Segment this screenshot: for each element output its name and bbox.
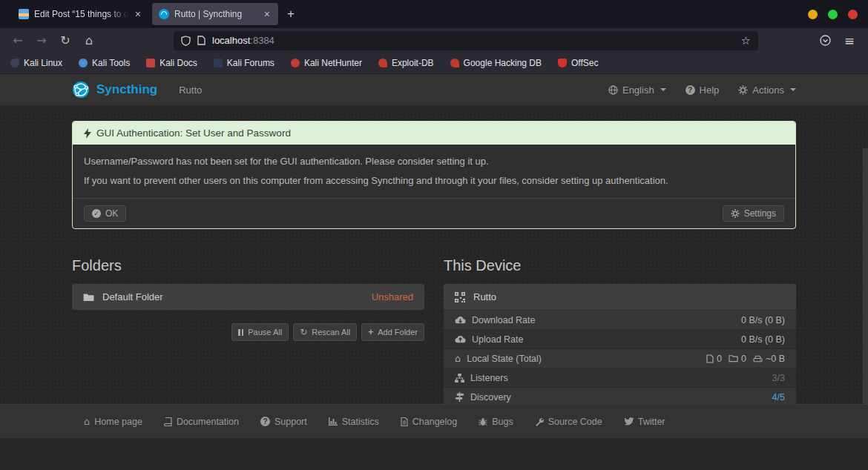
device-panel-header[interactable]: Rutto [444, 284, 796, 310]
ok-button[interactable]: ✓ OK [84, 205, 126, 222]
question-circle-icon: ? [260, 417, 270, 426]
settings-button[interactable]: Settings [723, 205, 784, 222]
bookmark-exploit-db[interactable]: Exploit-DB [378, 58, 434, 68]
device-name: Rutto [473, 291, 496, 302]
footer-link-bugs[interactable]: Bugs [479, 417, 513, 427]
bar-chart-icon [329, 417, 338, 426]
footer-link-support[interactable]: ? Support [260, 417, 307, 427]
tab-title: Edit Post “15 things to do [34, 9, 128, 19]
this-device-heading: This Device [444, 257, 796, 274]
actions-menu[interactable]: Actions [738, 85, 796, 96]
folder-actions: Pause All ↻ Rescan All + Add Folder [72, 323, 424, 341]
folder-outline-icon [729, 354, 738, 363]
minimize-button[interactable] [808, 10, 818, 19]
twitter-icon [624, 417, 634, 426]
menu-hamburger-icon[interactable]: ≡ [844, 33, 855, 48]
footer-link-twitter[interactable]: Twitter [624, 417, 665, 427]
signpost-icon [455, 392, 464, 402]
pocket-icon[interactable] [820, 35, 831, 46]
footer-label: Source Code [548, 417, 602, 427]
question-circle-icon: ? [685, 85, 695, 95]
maximize-button[interactable] [828, 10, 838, 19]
url-bar[interactable]: localhost:8384 ☆ [174, 31, 758, 50]
language-label: English [622, 85, 654, 96]
gear-icon [738, 85, 748, 95]
bolt-icon [84, 128, 91, 139]
pause-all-button[interactable]: Pause All [231, 323, 289, 341]
discovery-value[interactable]: 4/5 [772, 392, 785, 403]
bookmark-kali-linux[interactable]: Kali Linux [10, 58, 62, 68]
close-tab-icon[interactable]: × [134, 9, 142, 19]
rescan-all-button[interactable]: ↻ Rescan All [293, 323, 357, 341]
row-download-rate: Download Rate 0 B/s (0 B) [444, 310, 796, 329]
globe-icon [608, 85, 618, 95]
bookmark-label: Kali Docs [160, 58, 197, 68]
browser-toolbar: ← → ↻ ⌂ localhost:8384 ☆ ≡ [0, 28, 868, 53]
plus-icon: + [368, 327, 373, 337]
syncthing-favicon-icon [159, 9, 169, 19]
language-menu[interactable]: English [608, 85, 666, 96]
home-icon: ⌂ [84, 416, 90, 427]
google-hacking-db-favicon-icon [450, 59, 459, 67]
exploit-db-favicon-icon [378, 59, 387, 67]
close-tab-icon[interactable]: × [263, 9, 272, 19]
folder-panel-default[interactable]: Default Folder Unshared [72, 284, 424, 310]
help-menu[interactable]: ? Help [685, 85, 720, 96]
tab-syncthing[interactable]: Rutto | Syncthing × [152, 3, 278, 25]
changelog-file-icon [401, 417, 408, 426]
footer-link-changelog[interactable]: Changelog [401, 417, 457, 427]
row-label: Local State (Total) [467, 354, 542, 364]
reload-icon[interactable]: ↻ [55, 33, 76, 47]
bookmark-kali-tools[interactable]: Kali Tools [79, 58, 130, 68]
listeners-value[interactable]: 3/3 [772, 373, 785, 383]
hard-drive-icon [753, 355, 763, 363]
settings-label: Settings [744, 208, 776, 219]
bookmark-kali-forums[interactable]: Kali Forums [214, 58, 274, 68]
url-host: localhost [212, 35, 250, 46]
add-folder-button[interactable]: + Add Folder [361, 323, 424, 341]
folder-name: Default Folder [102, 291, 163, 302]
notification-line2: If you want to prevent other users on th… [84, 175, 784, 186]
footer-link-documentation[interactable]: Documentation [164, 417, 239, 427]
bookmark-star-icon[interactable]: ☆ [741, 34, 751, 47]
row-label: Discovery [470, 392, 511, 403]
footer-link-home-page[interactable]: ⌂ Home page [84, 416, 142, 427]
shield-icon[interactable] [181, 36, 191, 46]
row-label: Download Rate [472, 315, 535, 325]
gui-auth-notification-panel: GUI Authentication: Set User and Passwor… [72, 121, 796, 229]
chevron-down-icon [660, 88, 666, 91]
bookmark-offsec[interactable]: OffSec [558, 58, 598, 68]
window-controls [808, 0, 858, 28]
footer-link-source-code[interactable]: Source Code [535, 417, 602, 427]
row-upload-rate: Upload Rate 0 B/s (0 B) [444, 329, 796, 348]
footer-label: Support [274, 417, 307, 427]
check-circle-icon: ✓ [92, 209, 101, 218]
bookmark-label: Kali NetHunter [304, 58, 362, 68]
download-rate-value[interactable]: 0 B/s (0 B) [741, 315, 785, 325]
folders-heading: Folders [72, 257, 424, 274]
browser-scrollbar[interactable] [863, 148, 868, 438]
forward-icon[interactable]: → [31, 33, 52, 47]
bookmark-kali-docs[interactable]: Kali Docs [146, 58, 197, 68]
tab-edit-post[interactable]: Edit Post “15 things to do × [12, 3, 149, 25]
file-count: 0 [717, 354, 722, 364]
upload-rate-value[interactable]: 0 B/s (0 B) [741, 334, 785, 345]
row-label: Listeners [470, 373, 508, 383]
footer-label: Statistics [342, 417, 379, 427]
folder-panel-header[interactable]: Default Folder Unshared [72, 284, 424, 310]
syncthing-brand[interactable]: Syncthing [72, 81, 157, 99]
bookmarks-bar: Kali Linux Kali Tools Kali Docs Kali For… [0, 53, 868, 74]
page-info-icon[interactable] [197, 36, 206, 45]
gear-icon [731, 209, 740, 218]
size-value: ~0 B [766, 354, 785, 364]
bookmark-kali-nethunter[interactable]: Kali NetHunter [291, 58, 362, 68]
back-icon[interactable]: ← [7, 33, 28, 47]
footer-link-statistics[interactable]: Statistics [329, 417, 379, 427]
bookmark-google-hacking-db[interactable]: Google Hacking DB [450, 58, 542, 68]
row-label: Upload Rate [472, 334, 524, 345]
close-window-button[interactable] [848, 10, 858, 19]
home-icon[interactable]: ⌂ [79, 33, 99, 47]
new-tab-button[interactable]: + [287, 7, 295, 21]
notification-body: Username/Password has not been set for t… [73, 145, 795, 198]
app-footer: ⌂ Home page Documentation ? Support Stat… [0, 404, 868, 438]
